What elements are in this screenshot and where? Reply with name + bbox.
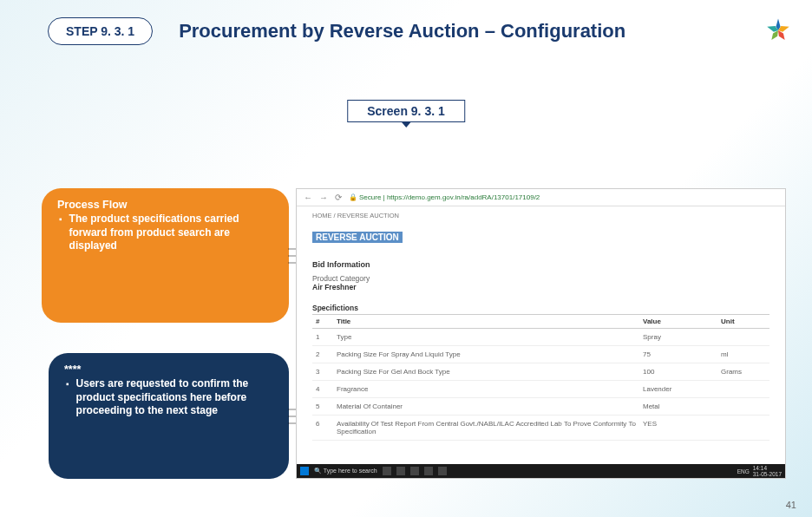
browser-toolbar: ← → ⟳ 🔒Secure | https://demo.gem.gov.in/…: [297, 189, 785, 206]
process-flow-heading: Process Flow: [57, 199, 273, 211]
note-card: **** Users are requested to confirm the …: [49, 353, 289, 479]
table-row: 3Packing Size For Gel And Bock Type100Gr…: [312, 363, 769, 381]
svg-marker-2: [778, 30, 785, 40]
embedded-screenshot: ← → ⟳ 🔒Secure | https://demo.gem.gov.in/…: [296, 188, 786, 479]
product-category-label: Product Category: [312, 274, 769, 283]
process-flow-card: Process Flow The product specifications …: [42, 188, 289, 323]
spec-table: # Title Value Unit 1TypeSpray2Packing Si…: [312, 315, 769, 441]
col-unit: Unit: [717, 315, 769, 329]
logo-star-icon: [763, 16, 793, 45]
bid-info-heading: Bid Information: [312, 260, 769, 269]
svg-marker-3: [771, 30, 778, 40]
lock-icon: 🔒: [349, 193, 357, 201]
table-row: 2Packing Size For Spray And Liquid Type7…: [312, 346, 769, 363]
taskbar-app-icon[interactable]: [410, 467, 419, 475]
col-title: Title: [333, 315, 639, 329]
taskbar-app-icon[interactable]: [383, 467, 391, 475]
back-icon[interactable]: ←: [304, 193, 312, 202]
table-row: 6Availability Of Test Report From Centra…: [312, 416, 769, 441]
taskbar-search[interactable]: 🔍 Type here to search: [314, 468, 377, 474]
screen-label: Screen 9. 3. 1: [347, 100, 465, 122]
note-item: Users are requested to confirm the produ…: [66, 377, 273, 418]
table-row: 5Material Of ContainerMetal: [312, 398, 769, 416]
address-bar[interactable]: 🔒Secure | https://demo.gem.gov.in/ra/add…: [349, 193, 540, 201]
page-title: Procurement by Reverse Auction – Configu…: [179, 20, 625, 43]
col-num: #: [312, 315, 333, 329]
col-value: Value: [639, 315, 717, 329]
product-category-value: Air Freshner: [312, 283, 769, 291]
taskbar: 🔍 Type here to search ENG 14:1431-05-201…: [297, 464, 785, 478]
process-flow-item: The product specifications carried forwa…: [59, 213, 273, 253]
tray-time: 14:1431-05-2017: [753, 465, 782, 477]
reload-icon[interactable]: ⟳: [335, 193, 342, 202]
taskbar-app-icon[interactable]: [396, 467, 405, 475]
step-badge: STEP 9. 3. 1: [48, 17, 153, 45]
tray-lang: ENG: [737, 468, 750, 474]
table-row: 4FragranceLavender: [312, 381, 769, 398]
breadcrumb: HOME / REVERSE AUCTION: [312, 212, 769, 219]
forward-icon[interactable]: →: [319, 193, 328, 202]
taskbar-app-icon[interactable]: [424, 467, 433, 475]
table-row: 1TypeSpray: [312, 329, 769, 346]
note-stars: ****: [64, 363, 273, 376]
page-number: 41: [786, 500, 796, 510]
windows-start-icon[interactable]: [300, 467, 309, 475]
taskbar-app-icon[interactable]: [438, 467, 447, 475]
reverse-auction-heading: REVERSE AUCTION: [312, 232, 403, 243]
specifications-heading: Specifictions: [312, 304, 769, 315]
